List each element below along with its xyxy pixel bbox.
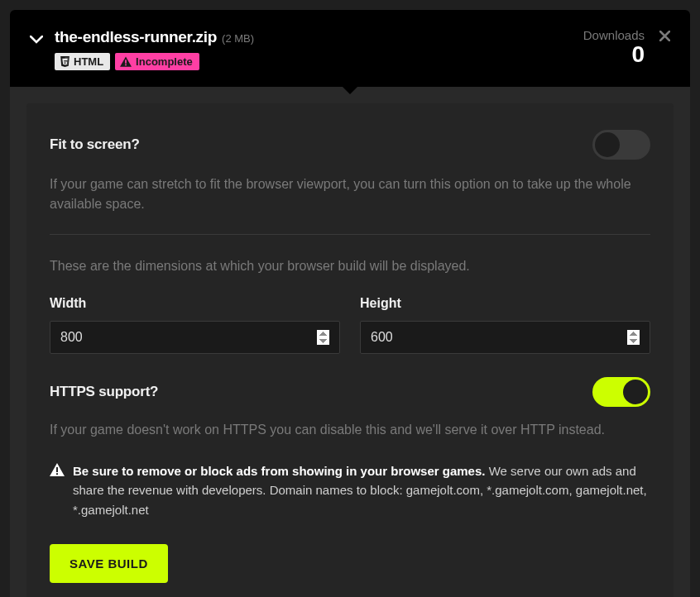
ads-warning: Be sure to remove or block ads from show… — [50, 461, 650, 519]
svg-rect-0 — [125, 60, 127, 63]
file-title-row: the-endless-runner.zip (2 MB) — [55, 28, 254, 46]
toggle-knob — [623, 380, 648, 404]
incomplete-badge: Incomplete — [115, 53, 199, 70]
dimensions-row: Width Height — [50, 296, 650, 354]
warning-icon — [120, 56, 132, 67]
svg-rect-3 — [56, 473, 58, 475]
width-field: Width — [50, 296, 340, 354]
downloads-count: 0 — [583, 42, 645, 68]
width-input[interactable] — [50, 321, 340, 354]
height-label: Height — [360, 296, 650, 311]
file-info: the-endless-runner.zip (2 MB) HTML — [55, 28, 254, 70]
header-left: the-endless-runner.zip (2 MB) HTML — [30, 28, 254, 70]
html5-icon — [60, 55, 70, 68]
toggle-knob — [595, 132, 620, 157]
https-label: HTTPS support? — [50, 384, 158, 400]
fit-to-screen-row: Fit to screen? — [50, 130, 650, 160]
height-field: Height — [360, 296, 650, 354]
https-row: HTTPS support? — [50, 377, 650, 407]
html-badge-label: HTML — [74, 55, 103, 68]
file-header: the-endless-runner.zip (2 MB) HTML — [10, 10, 690, 87]
header-right: Downloads 0 — [583, 28, 670, 68]
warning-icon — [50, 463, 65, 476]
downloads-block: Downloads 0 — [583, 28, 645, 68]
downloads-label: Downloads — [583, 28, 645, 42]
warning-bold: Be sure to remove or block ads from show… — [73, 464, 485, 478]
divider — [50, 234, 650, 235]
width-label: Width — [50, 296, 340, 311]
dimensions-intro: These are the dimensions at which your b… — [50, 256, 650, 276]
warning-text: Be sure to remove or block ads from show… — [73, 461, 650, 519]
svg-rect-1 — [125, 64, 127, 66]
fit-to-screen-help: If your game can stretch to fit the brow… — [50, 174, 650, 214]
chevron-down-icon[interactable] — [30, 31, 43, 48]
html-badge: HTML — [55, 53, 110, 70]
content-panel: Fit to screen? If your game can stretch … — [10, 87, 690, 597]
inner-panel: Fit to screen? If your game can stretch … — [26, 103, 674, 597]
save-build-button[interactable]: SAVE BUILD — [50, 544, 168, 583]
fit-to-screen-label: Fit to screen? — [50, 136, 140, 153]
https-help: If your game doesn't work on HTTPS you c… — [50, 420, 650, 440]
file-name: the-endless-runner.zip — [55, 28, 217, 46]
height-input[interactable] — [360, 321, 650, 354]
https-toggle[interactable] — [592, 377, 650, 407]
file-size: (2 MB) — [222, 32, 254, 45]
incomplete-badge-label: Incomplete — [136, 55, 193, 68]
fit-to-screen-toggle[interactable] — [592, 130, 650, 160]
badges: HTML Incomplete — [55, 53, 254, 70]
svg-rect-2 — [56, 467, 58, 472]
arrow-notch — [342, 86, 358, 94]
close-icon[interactable] — [659, 29, 670, 45]
